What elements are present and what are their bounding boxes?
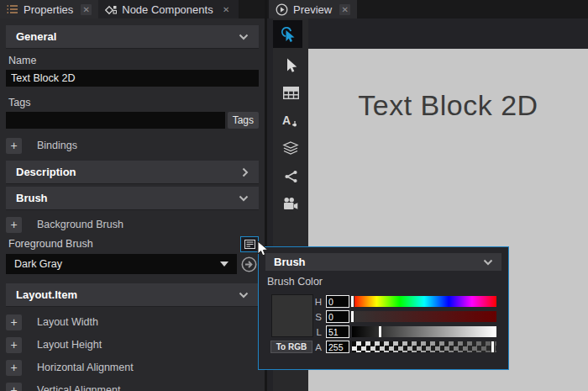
layers-tool-button[interactable]	[276, 135, 306, 162]
lightness-input[interactable]	[326, 325, 349, 338]
lightness-slider-marker[interactable]	[378, 325, 382, 338]
section-general[interactable]: General	[6, 25, 259, 49]
tab-node-components-label: Node Components	[122, 3, 213, 16]
hue-label: H	[309, 297, 322, 307]
layout-height-label: Layout Height	[34, 339, 102, 351]
camera-icon	[282, 197, 299, 211]
saturation-slider-marker[interactable]	[350, 310, 354, 323]
layout-width-row: + Layout Width	[6, 314, 259, 330]
left-tabbar: Properties ✕ Node Components ✕	[0, 0, 265, 18]
preview-tabbar: Preview ✕	[267, 0, 588, 18]
tab-node-components[interactable]: Node Components ✕	[98, 0, 238, 18]
section-description-label: Description	[16, 166, 76, 178]
foreground-brush-value: Dark Gray	[14, 258, 62, 270]
hue-slider[interactable]	[352, 296, 496, 307]
add-vertical-alignment-button[interactable]: +	[6, 383, 22, 391]
tab-properties-label: Properties	[24, 3, 73, 16]
add-binding-button[interactable]: +	[6, 138, 22, 154]
connections-icon	[284, 170, 298, 183]
saturation-row: S	[259, 310, 508, 324]
grid-icon	[283, 87, 299, 99]
tab-properties[interactable]: Properties ✕	[0, 0, 98, 18]
brush-color-label: Brush Color	[267, 276, 508, 288]
select-cursor-icon	[282, 57, 299, 74]
tab-preview-close-icon[interactable]: ✕	[339, 4, 350, 15]
layout-width-label: Layout Width	[34, 316, 98, 328]
tab-node-components-close-icon[interactable]: ✕	[221, 4, 232, 15]
section-layout-item-label: Layout.Item	[16, 288, 77, 301]
interact-cursor-icon	[279, 25, 297, 44]
tab-preview[interactable]: Preview ✕	[269, 0, 357, 18]
play-circle-icon	[276, 3, 288, 16]
mouse-cursor	[257, 240, 270, 258]
connections-tool-button[interactable]	[276, 162, 306, 190]
name-label: Name	[6, 55, 259, 66]
chevron-down-icon	[239, 195, 249, 202]
saturation-input[interactable]	[326, 310, 349, 323]
alpha-slider-marker[interactable]	[491, 341, 495, 353]
select-tool-button[interactable]	[276, 51, 306, 79]
tags-input[interactable]	[6, 112, 225, 129]
text-node-icon: A	[282, 114, 299, 128]
grid-tool-button[interactable]	[276, 79, 306, 107]
alpha-label: A	[309, 342, 322, 352]
section-description[interactable]: Description	[6, 161, 259, 184]
app-window: Properties ✕ Node Components ✕ General	[0, 0, 588, 391]
alpha-row: A	[259, 341, 508, 354]
add-layout-width-button[interactable]: +	[6, 314, 22, 330]
add-layout-height-button[interactable]: +	[6, 337, 22, 353]
interact-tool-button[interactable]	[273, 20, 302, 48]
properties-list-icon	[7, 4, 18, 14]
popup-section-brush[interactable]: Brush	[265, 253, 501, 271]
go-to-brush-button[interactable]	[239, 254, 259, 274]
foreground-brush-label: Foreground Brush	[6, 238, 93, 250]
chevron-down-icon	[239, 34, 249, 40]
tags-label: Tags	[6, 97, 259, 108]
text-tool-button[interactable]: A	[276, 107, 306, 135]
chevron-right-icon	[242, 167, 249, 177]
brush-editor-icon	[244, 240, 255, 249]
lightness-slider[interactable]	[352, 326, 496, 337]
hue-row: H	[259, 295, 508, 309]
saturation-label: S	[309, 312, 322, 322]
node-components-icon	[105, 4, 117, 15]
go-to-arrow-icon	[241, 256, 257, 272]
bindings-label: Bindings	[34, 140, 77, 151]
svg-text:A: A	[282, 114, 291, 127]
section-brush[interactable]: Brush	[6, 187, 259, 210]
lightness-label: L	[309, 327, 322, 337]
dropdown-caret-icon	[220, 262, 228, 267]
hue-input[interactable]	[326, 295, 349, 308]
section-layout-item[interactable]: Layout.Item	[6, 283, 259, 307]
add-horizontal-alignment-button[interactable]: +	[6, 360, 22, 376]
vertical-alignment-row: + Vertical Alignment	[6, 382, 259, 391]
open-brush-editor-button[interactable]	[240, 236, 259, 252]
saturation-slider[interactable]	[352, 311, 496, 322]
camera-tool-button[interactable]	[276, 190, 306, 218]
foreground-brush-select[interactable]: Dark Gray	[6, 254, 237, 274]
section-general-label: General	[16, 30, 56, 43]
tab-preview-label: Preview	[293, 3, 332, 16]
alpha-slider[interactable]	[352, 341, 496, 352]
chevron-down-icon	[239, 292, 249, 299]
popup-brush-title: Brush	[274, 256, 306, 268]
horizontal-alignment-row: + Horizontal Alignment	[6, 359, 259, 376]
layers-icon	[282, 141, 299, 156]
add-background-brush-button[interactable]: +	[6, 217, 22, 233]
brush-color-popup: Brush Brush Color To RGB H S L	[258, 246, 509, 370]
name-input[interactable]	[6, 70, 259, 87]
alpha-input[interactable]	[326, 341, 349, 353]
hue-slider-marker[interactable]	[350, 295, 354, 308]
background-brush-label: Background Brush	[34, 219, 123, 230]
tab-properties-close-icon[interactable]: ✕	[81, 4, 92, 15]
properties-panel: Properties ✕ Node Components ✕ General	[0, 0, 265, 391]
lightness-row: L	[259, 325, 508, 339]
chevron-down-icon	[483, 259, 493, 266]
layout-height-row: + Layout Height	[6, 336, 259, 353]
vertical-alignment-label: Vertical Alignment	[34, 384, 120, 391]
horizontal-alignment-label: Horizontal Alignment	[34, 362, 134, 373]
section-brush-label: Brush	[16, 192, 48, 204]
tags-button[interactable]: Tags	[228, 112, 259, 129]
